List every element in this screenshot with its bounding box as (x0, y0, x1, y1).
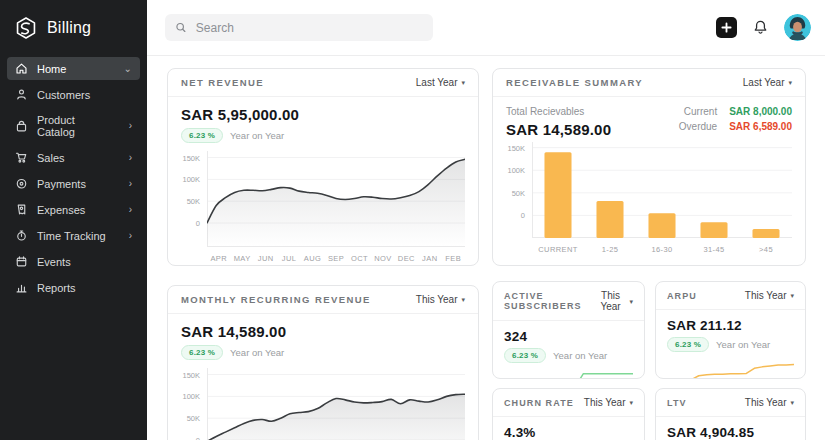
period-dropdown[interactable]: This Year ▾ (416, 294, 465, 305)
receivable-breakdown: Current SAR 8,000.00 Overdue SAR 6,589.0… (679, 106, 792, 136)
overdue-value: SAR 6,589.00 (729, 121, 792, 132)
yoy-caption: Year on Year (230, 347, 284, 358)
sidebar-item-product-catalog[interactable]: Product Catalog › (7, 109, 140, 143)
metric-value: SAR 211.12 (667, 318, 794, 333)
events-calendar-icon (15, 255, 28, 268)
avatar-image (784, 14, 811, 41)
yoy-caption: Year on Year (230, 130, 284, 141)
net-revenue-plot (207, 151, 465, 247)
chevron-right-icon: › (129, 231, 132, 241)
overdue-label: Overdue (679, 121, 717, 132)
card-title: ACTIVE SUBSCRIBERS (504, 291, 596, 311)
total-receivables-label: Total Recievables (506, 106, 611, 117)
home-icon (15, 62, 28, 75)
card-monthly-recurring-revenue: MONTHLY RECURRING REVENUE This Year ▾ SA… (167, 285, 479, 440)
bell-icon (752, 19, 769, 36)
period-dropdown[interactable]: This Year ▾ (745, 397, 794, 408)
period-dropdown[interactable]: Last Year ▾ (416, 77, 465, 88)
subscribers-sparkline (504, 369, 633, 379)
metric-value: 4.3% (504, 425, 633, 440)
chevron-right-icon: › (129, 121, 132, 131)
sidebar-item-expenses[interactable]: Expenses › (7, 198, 140, 221)
metric-value: SAR 4,904.85 (667, 425, 794, 440)
time-tracking-icon (15, 229, 28, 242)
card-title: ARPU (667, 291, 697, 301)
search-icon (175, 21, 187, 34)
x-axis-labels: APRMAYJUNJULAUGSEPOCTNOVDECJANFEB (207, 254, 465, 263)
customers-icon (15, 88, 28, 101)
caret-down-icon: ▾ (461, 79, 465, 86)
payments-icon (15, 177, 28, 190)
user-avatar[interactable] (784, 14, 811, 41)
sidebar-item-reports[interactable]: Reports (7, 276, 140, 299)
caret-down-icon: ▾ (629, 399, 633, 406)
app-title: Billing (47, 19, 91, 37)
y-axis-labels: 150K100K50K0 (181, 368, 207, 440)
topbar (147, 0, 825, 56)
arpu-sparkline (667, 358, 794, 379)
card-title: CHURN RATE (504, 398, 574, 408)
sidebar-item-payments[interactable]: Payments › (7, 172, 140, 195)
x-axis-labels: CURRENT1-2516-3031-45>45 (532, 245, 792, 254)
chevron-right-icon: › (129, 179, 132, 189)
yoy-caption: Year on Year (553, 350, 607, 361)
y-axis-labels: 150K100K50K0 (181, 151, 207, 247)
quick-add-button[interactable] (716, 17, 737, 38)
period-dropdown[interactable]: This Year ▾ (745, 290, 794, 301)
chevron-down-icon: ⌄ (124, 64, 132, 74)
search-box[interactable] (165, 14, 433, 41)
billing-logo-icon (13, 15, 39, 41)
y-axis-labels: 150K100K50K0 (506, 142, 532, 238)
current-label: Current (684, 106, 717, 117)
mrr-chart: 150K100K50K0 (181, 368, 465, 440)
reports-icon (15, 281, 28, 294)
card-ltv: LTV This Year ▾ SAR 4,904.85 6.23 % Year… (655, 388, 806, 440)
notifications-button[interactable] (752, 19, 769, 36)
expenses-icon (15, 203, 28, 216)
caret-down-icon: ▾ (790, 292, 794, 299)
app-logo[interactable]: Billing (0, 0, 147, 54)
card-title: LTV (667, 398, 687, 408)
card-churn-rate: CHURN RATE This Year ▾ 4.3% 6.23 % Year … (492, 388, 645, 440)
receivables-chart: 150K100K50K0 CURRENT1-2516-3031-45>45 (506, 142, 792, 254)
sidebar-item-home[interactable]: Home ⌄ (7, 57, 140, 80)
card-net-revenue: NET REVENUE Last Year ▾ SAR 5,95,000.00 … (167, 68, 479, 266)
net-revenue-chart: 150K100K50K0 APRMAYJUNJULAUGSEPOCTNOVDEC… (181, 151, 465, 263)
total-receivables-value: SAR 14,589.00 (506, 121, 611, 138)
sidebar-item-customers[interactable]: Customers (7, 83, 140, 106)
product-catalog-icon (15, 120, 28, 133)
current-value: SAR 8,000.00 (729, 106, 792, 117)
card-title: MONTHLY RECURRING REVENUE (181, 294, 371, 305)
sidebar-item-sales[interactable]: Sales › (7, 146, 140, 169)
sales-cart-icon (15, 151, 28, 164)
sidebar-item-time-tracking[interactable]: Time Tracking › (7, 224, 140, 247)
dashboard: NET REVENUE Last Year ▾ SAR 5,95,000.00 … (147, 56, 825, 440)
metric-value: 324 (504, 329, 633, 344)
chevron-right-icon: › (129, 205, 132, 215)
caret-down-icon: ▾ (629, 298, 633, 305)
search-input[interactable] (194, 20, 423, 36)
total-receivables: Total Recievables SAR 14,589.00 (506, 106, 611, 138)
period-dropdown[interactable]: This Year ▾ (584, 397, 633, 408)
yoy-caption: Year on Year (716, 339, 770, 350)
card-active-subscribers: ACTIVE SUBSCRIBERS This Year ▾ 324 6.23 … (492, 281, 645, 379)
yoy-badge: 6.23 % (181, 128, 223, 143)
sidebar: Billing Home ⌄ Customers Product Catalog… (0, 0, 147, 440)
mrr-plot (207, 368, 465, 440)
receivables-plot (532, 142, 792, 238)
sidebar-menu: Home ⌄ Customers Product Catalog › Sales… (0, 54, 147, 302)
period-dropdown[interactable]: Last Year ▾ (743, 77, 792, 88)
metric-value: SAR 5,95,000.00 (181, 106, 465, 123)
card-title: RECEIVABLE SUMMARY (506, 77, 643, 88)
sidebar-item-events[interactable]: Events (7, 250, 140, 273)
caret-down-icon: ▾ (461, 296, 465, 303)
period-dropdown[interactable]: This Year ▾ (596, 290, 633, 312)
yoy-badge: 6.23 % (667, 337, 709, 352)
yoy-badge: 6.23 % (504, 348, 546, 363)
yoy-badge: 6.23 % (181, 345, 223, 360)
caret-down-icon: ▾ (790, 399, 794, 406)
metric-value: SAR 14,589.00 (181, 323, 465, 340)
caret-down-icon: ▾ (788, 79, 792, 86)
chevron-right-icon: › (129, 153, 132, 163)
card-arpu: ARPU This Year ▾ SAR 211.12 6.23 % Year … (655, 281, 806, 379)
